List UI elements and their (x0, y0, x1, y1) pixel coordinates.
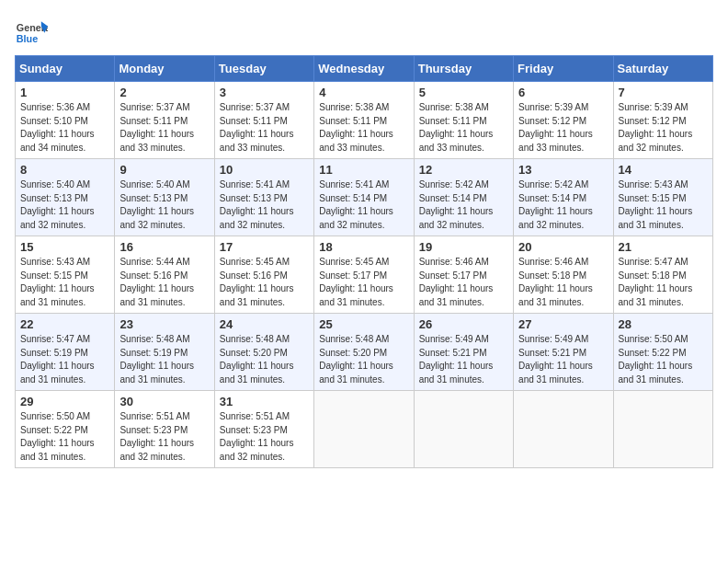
day-info: Sunrise: 5:43 AMSunset: 5:15 PMDaylight:… (20, 256, 109, 309)
calendar-day-header: Wednesday (314, 56, 414, 82)
day-number: 1 (20, 86, 109, 99)
calendar-day-cell: 14Sunrise: 5:43 AMSunset: 5:15 PMDayligh… (613, 159, 712, 236)
day-info: Sunrise: 5:49 AMSunset: 5:21 PMDaylight:… (518, 333, 608, 386)
calendar-day-cell (514, 391, 613, 468)
day-info: Sunrise: 5:45 AMSunset: 5:16 PMDaylight:… (220, 256, 309, 309)
day-number: 18 (319, 240, 408, 254)
svg-text:Blue: Blue (17, 33, 38, 44)
day-number: 21 (619, 240, 708, 254)
day-number: 22 (20, 317, 109, 331)
day-number: 16 (119, 240, 209, 254)
day-number: 15 (20, 240, 109, 254)
calendar-day-cell: 22Sunrise: 5:47 AMSunset: 5:19 PMDayligh… (16, 314, 115, 391)
day-number: 13 (518, 163, 608, 177)
calendar-header-row: SundayMondayTuesdayWednesdayThursdayFrid… (16, 56, 713, 82)
day-info: Sunrise: 5:40 AMSunset: 5:13 PMDaylight:… (119, 178, 209, 232)
calendar-day-cell: 1Sunrise: 5:36 AMSunset: 5:10 PMDaylight… (16, 82, 115, 159)
calendar-day-cell: 29Sunrise: 5:50 AMSunset: 5:22 PMDayligh… (16, 391, 115, 468)
day-info: Sunrise: 5:41 AMSunset: 5:14 PMDaylight:… (319, 178, 408, 232)
day-info: Sunrise: 5:39 AMSunset: 5:12 PMDaylight:… (619, 101, 708, 155)
day-info: Sunrise: 5:39 AMSunset: 5:12 PMDaylight:… (518, 101, 608, 155)
day-info: Sunrise: 5:45 AMSunset: 5:17 PMDaylight:… (319, 256, 408, 309)
day-number: 3 (220, 86, 309, 99)
calendar-day-cell: 4Sunrise: 5:38 AMSunset: 5:11 PMDaylight… (314, 82, 414, 159)
day-info: Sunrise: 5:51 AMSunset: 5:23 PMDaylight:… (119, 410, 209, 464)
day-number: 2 (119, 86, 209, 99)
day-info: Sunrise: 5:37 AMSunset: 5:11 PMDaylight:… (119, 101, 209, 155)
calendar-day-cell: 13Sunrise: 5:42 AMSunset: 5:14 PMDayligh… (514, 159, 613, 236)
day-number: 8 (20, 163, 109, 177)
day-number: 5 (419, 86, 508, 99)
day-number: 11 (319, 163, 408, 177)
day-number: 14 (619, 163, 708, 177)
day-number: 27 (518, 317, 608, 331)
calendar-day-cell: 20Sunrise: 5:46 AMSunset: 5:18 PMDayligh… (514, 236, 613, 314)
calendar-week-row: 15Sunrise: 5:43 AMSunset: 5:15 PMDayligh… (16, 236, 713, 314)
day-number: 9 (119, 163, 209, 177)
calendar-day-cell: 23Sunrise: 5:48 AMSunset: 5:19 PMDayligh… (115, 314, 214, 391)
day-number: 10 (220, 163, 309, 177)
calendar-day-header: Saturday (613, 56, 712, 82)
calendar-day-cell: 9Sunrise: 5:40 AMSunset: 5:13 PMDaylight… (115, 159, 214, 236)
calendar-day-cell (314, 391, 414, 468)
calendar-week-row: 1Sunrise: 5:36 AMSunset: 5:10 PMDaylight… (16, 82, 713, 159)
calendar-day-cell: 12Sunrise: 5:42 AMSunset: 5:14 PMDayligh… (414, 159, 513, 236)
day-number: 20 (518, 240, 608, 254)
day-info: Sunrise: 5:44 AMSunset: 5:16 PMDaylight:… (119, 256, 209, 309)
calendar-day-cell: 19Sunrise: 5:46 AMSunset: 5:17 PMDayligh… (414, 236, 513, 314)
calendar-day-cell: 24Sunrise: 5:48 AMSunset: 5:20 PMDayligh… (214, 314, 313, 391)
day-number: 25 (319, 317, 408, 331)
calendar-day-cell: 17Sunrise: 5:45 AMSunset: 5:16 PMDayligh… (214, 236, 313, 314)
calendar-day-cell: 10Sunrise: 5:41 AMSunset: 5:13 PMDayligh… (214, 159, 313, 236)
calendar-day-cell: 7Sunrise: 5:39 AMSunset: 5:12 PMDaylight… (613, 82, 712, 159)
calendar-day-cell: 18Sunrise: 5:45 AMSunset: 5:17 PMDayligh… (314, 236, 414, 314)
day-number: 23 (119, 317, 209, 331)
day-info: Sunrise: 5:50 AMSunset: 5:22 PMDaylight:… (619, 333, 708, 386)
day-number: 26 (419, 317, 508, 331)
calendar-day-cell: 2Sunrise: 5:37 AMSunset: 5:11 PMDaylight… (115, 82, 214, 159)
day-info: Sunrise: 5:40 AMSunset: 5:13 PMDaylight:… (20, 178, 109, 232)
calendar-day-cell: 3Sunrise: 5:37 AMSunset: 5:11 PMDaylight… (214, 82, 313, 159)
day-info: Sunrise: 5:50 AMSunset: 5:22 PMDaylight:… (20, 410, 109, 464)
day-info: Sunrise: 5:48 AMSunset: 5:19 PMDaylight:… (119, 333, 209, 386)
calendar-day-header: Monday (115, 56, 214, 82)
calendar-day-cell (613, 391, 712, 468)
calendar-week-row: 22Sunrise: 5:47 AMSunset: 5:19 PMDayligh… (16, 314, 713, 391)
calendar-day-cell: 15Sunrise: 5:43 AMSunset: 5:15 PMDayligh… (16, 236, 115, 314)
calendar-day-cell: 27Sunrise: 5:49 AMSunset: 5:21 PMDayligh… (514, 314, 613, 391)
day-info: Sunrise: 5:51 AMSunset: 5:23 PMDaylight:… (220, 410, 309, 464)
day-info: Sunrise: 5:36 AMSunset: 5:10 PMDaylight:… (20, 101, 109, 155)
calendar-day-cell: 26Sunrise: 5:49 AMSunset: 5:21 PMDayligh… (414, 314, 513, 391)
calendar-day-cell: 5Sunrise: 5:38 AMSunset: 5:11 PMDaylight… (414, 82, 513, 159)
day-info: Sunrise: 5:48 AMSunset: 5:20 PMDaylight:… (220, 333, 309, 386)
calendar-day-header: Thursday (414, 56, 513, 82)
day-info: Sunrise: 5:49 AMSunset: 5:21 PMDaylight:… (419, 333, 508, 386)
day-info: Sunrise: 5:47 AMSunset: 5:18 PMDaylight:… (619, 256, 708, 309)
calendar-day-header: Sunday (16, 56, 115, 82)
day-number: 28 (619, 317, 708, 331)
calendar-table: SundayMondayTuesdayWednesdayThursdayFrid… (15, 55, 713, 468)
day-number: 29 (20, 395, 109, 408)
day-info: Sunrise: 5:47 AMSunset: 5:19 PMDaylight:… (20, 333, 109, 386)
page-header: General Blue (15, 15, 713, 48)
calendar-day-cell: 16Sunrise: 5:44 AMSunset: 5:16 PMDayligh… (115, 236, 214, 314)
calendar-day-cell: 31Sunrise: 5:51 AMSunset: 5:23 PMDayligh… (214, 391, 313, 468)
calendar-day-cell: 21Sunrise: 5:47 AMSunset: 5:18 PMDayligh… (613, 236, 712, 314)
day-number: 12 (419, 163, 508, 177)
calendar-day-header: Friday (514, 56, 613, 82)
calendar-day-cell: 6Sunrise: 5:39 AMSunset: 5:12 PMDaylight… (514, 82, 613, 159)
day-info: Sunrise: 5:38 AMSunset: 5:11 PMDaylight:… (319, 101, 408, 155)
logo: General Blue (15, 15, 48, 48)
calendar-day-cell: 30Sunrise: 5:51 AMSunset: 5:23 PMDayligh… (115, 391, 214, 468)
day-number: 19 (419, 240, 508, 254)
day-number: 17 (220, 240, 309, 254)
calendar-day-cell (414, 391, 513, 468)
calendar-week-row: 8Sunrise: 5:40 AMSunset: 5:13 PMDaylight… (16, 159, 713, 236)
day-info: Sunrise: 5:48 AMSunset: 5:20 PMDaylight:… (319, 333, 408, 386)
calendar-day-cell: 11Sunrise: 5:41 AMSunset: 5:14 PMDayligh… (314, 159, 414, 236)
calendar-day-cell: 8Sunrise: 5:40 AMSunset: 5:13 PMDaylight… (16, 159, 115, 236)
day-number: 7 (619, 86, 708, 99)
day-info: Sunrise: 5:37 AMSunset: 5:11 PMDaylight:… (220, 101, 309, 155)
calendar-day-cell: 28Sunrise: 5:50 AMSunset: 5:22 PMDayligh… (613, 314, 712, 391)
day-info: Sunrise: 5:41 AMSunset: 5:13 PMDaylight:… (220, 178, 309, 232)
